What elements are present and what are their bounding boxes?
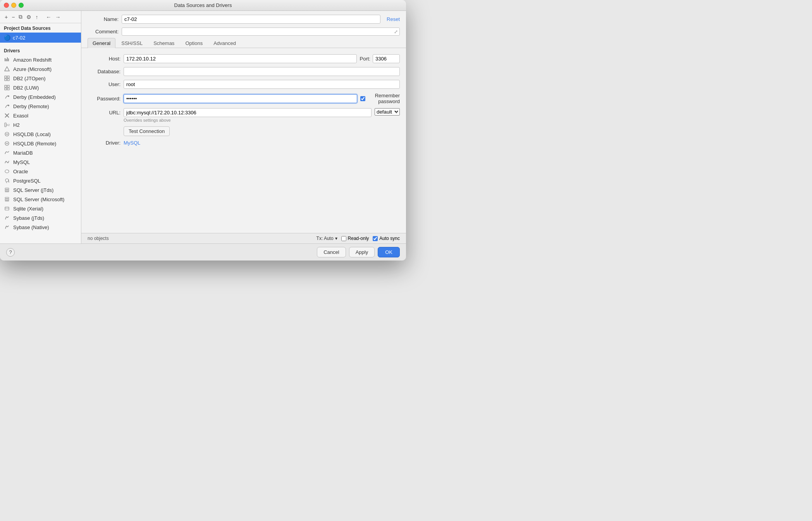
user-input[interactable] <box>124 80 400 89</box>
driver-item-exasol[interactable]: Exasol <box>0 111 81 120</box>
help-button[interactable]: ? <box>6 248 15 257</box>
port-group: Port: <box>360 54 400 63</box>
svg-rect-24 <box>5 188 9 189</box>
left-toolbar: + − ⧉ ⚙ ↑ ← → <box>0 11 81 23</box>
driver-item-derby-remote[interactable]: Derby (Remote) <box>0 102 81 111</box>
comment-expand-button[interactable]: ⤢ <box>394 29 398 35</box>
driver-item-db2-jtopen[interactable]: DB2 (JTOpen) <box>0 74 81 83</box>
nav-forward-button[interactable]: → <box>53 13 62 21</box>
db2-luw-icon <box>4 85 10 91</box>
status-bar: no objects Tx: Auto ▾ Read-only Auto syn… <box>81 233 406 243</box>
settings-datasource-button[interactable]: ⚙ <box>25 13 33 21</box>
driver-name: DB2 (LUW) <box>13 85 39 91</box>
driver-name: MariaDB <box>13 150 33 156</box>
driver-item-mariadb[interactable]: MariaDB <box>0 148 81 157</box>
driver-name: Sqlite (Xerial) <box>13 206 43 212</box>
datasource-name: c7-02 <box>13 35 26 41</box>
maximize-button[interactable] <box>19 3 24 8</box>
driver-link[interactable]: MySQL <box>124 140 140 146</box>
tab-ssh-ssl[interactable]: SSH/SSL <box>116 38 148 48</box>
driver-item-postgresql[interactable]: PostgreSQL <box>0 176 81 185</box>
autosync-checkbox[interactable] <box>373 236 378 241</box>
driver-item-sqlite[interactable]: Sqlite (Xerial) <box>0 204 81 213</box>
copy-datasource-button[interactable]: ⧉ <box>17 13 24 21</box>
driver-name: PostgreSQL <box>13 178 41 184</box>
host-label: Host: <box>88 56 120 62</box>
left-panel: + − ⧉ ⚙ ↑ ← → Project Data Sources 🔵 c7-… <box>0 11 81 243</box>
reset-button[interactable]: Reset <box>387 16 400 22</box>
driver-item-azure[interactable]: Azure (Microsoft) <box>0 64 81 74</box>
add-datasource-button[interactable]: + <box>3 13 9 21</box>
driver-name: Sybase (Native) <box>13 224 49 230</box>
driver-item-derby-embedded[interactable]: Derby (Embedded) <box>0 92 81 102</box>
url-input[interactable] <box>124 108 372 117</box>
svg-rect-3 <box>8 59 9 61</box>
driver-item-hsqldb-remote[interactable]: HSQLDB (Remote) <box>0 139 81 148</box>
test-connection-button[interactable]: Test Connection <box>124 126 170 136</box>
svg-rect-0 <box>5 58 5 61</box>
svg-point-22 <box>5 179 9 182</box>
remember-password-checkbox[interactable] <box>360 96 365 101</box>
apply-button[interactable]: Apply <box>349 247 375 257</box>
import-datasource-button[interactable]: ↑ <box>34 13 40 21</box>
svg-rect-26 <box>5 191 9 192</box>
remember-password-group: Remember password <box>360 93 400 104</box>
datasource-item-c7-02[interactable]: 🔵 c7-02 <box>0 33 81 43</box>
driver-field-label: Driver: <box>88 140 120 146</box>
nav-back-button[interactable]: ← <box>44 13 53 21</box>
url-dropdown[interactable]: default custom <box>375 108 400 116</box>
svg-rect-9 <box>5 85 7 87</box>
svg-rect-6 <box>7 76 9 78</box>
tx-dropdown-button[interactable]: ▾ <box>335 236 337 241</box>
driver-item-amazon-redshift[interactable]: Amazon Redshift <box>0 55 81 64</box>
sqlite-icon <box>4 205 10 212</box>
driver-row: Driver: MySQL <box>88 140 400 146</box>
svg-rect-30 <box>5 207 9 210</box>
database-input[interactable] <box>124 67 400 76</box>
driver-item-oracle[interactable]: Oracle <box>0 167 81 176</box>
svg-rect-11 <box>5 88 7 90</box>
driver-item-sqlserver-microsoft[interactable]: SQL Server (Microsoft) <box>0 195 81 204</box>
svg-point-14 <box>8 105 9 106</box>
driver-name: Azure (Microsoft) <box>13 66 52 72</box>
oracle-icon <box>4 168 10 174</box>
host-input[interactable] <box>124 54 357 63</box>
right-panel: Name: Reset Comment: ⤢ General SSH/SSL S… <box>81 11 406 243</box>
user-label: User: <box>88 81 120 87</box>
readonly-label: Read-only <box>348 236 369 241</box>
driver-item-hsqldb-local[interactable]: HSQLDB (Local) <box>0 129 81 139</box>
tab-options[interactable]: Options <box>180 38 208 48</box>
minimize-button[interactable] <box>11 3 16 8</box>
remove-datasource-button[interactable]: − <box>10 13 16 21</box>
driver-name: DB2 (JTOpen) <box>13 76 46 81</box>
tab-general[interactable]: General <box>88 38 115 48</box>
port-input[interactable] <box>373 54 400 63</box>
name-input[interactable] <box>122 15 380 24</box>
driver-item-h2[interactable]: H2 H2 <box>0 120 81 129</box>
driver-item-db2-luw[interactable]: DB2 (LUW) <box>0 83 81 92</box>
exasol-icon <box>4 112 10 119</box>
sybase-native-icon <box>4 224 10 230</box>
project-datasources-header: Project Data Sources <box>0 23 81 33</box>
driver-item-sqlserver-jtds[interactable]: SQL Server (jTds) <box>0 185 81 195</box>
password-label: Password: <box>88 96 120 102</box>
svg-rect-10 <box>7 85 9 87</box>
azure-icon <box>4 66 10 72</box>
readonly-checkbox[interactable] <box>341 236 346 241</box>
close-button[interactable] <box>4 3 9 8</box>
svg-rect-29 <box>5 200 9 201</box>
password-input[interactable] <box>124 94 357 103</box>
svg-rect-2 <box>7 57 8 61</box>
driver-name: Sybase (jTds) <box>13 215 44 221</box>
ok-button[interactable]: OK <box>378 247 400 257</box>
driver-item-sybase-native[interactable]: Sybase (Native) <box>0 223 81 232</box>
tabs: General SSH/SSL Schemas Options Advanced <box>81 38 406 48</box>
tab-schemas[interactable]: Schemas <box>148 38 179 48</box>
cancel-button[interactable]: Cancel <box>317 247 346 257</box>
svg-rect-1 <box>6 59 7 61</box>
comment-input[interactable] <box>124 29 394 35</box>
driver-item-sybase-jtds[interactable]: Sybase (jTds) <box>0 213 81 223</box>
readonly-group: Read-only <box>341 236 369 241</box>
tab-advanced[interactable]: Advanced <box>208 38 241 48</box>
driver-item-mysql[interactable]: MySQL <box>0 157 81 167</box>
